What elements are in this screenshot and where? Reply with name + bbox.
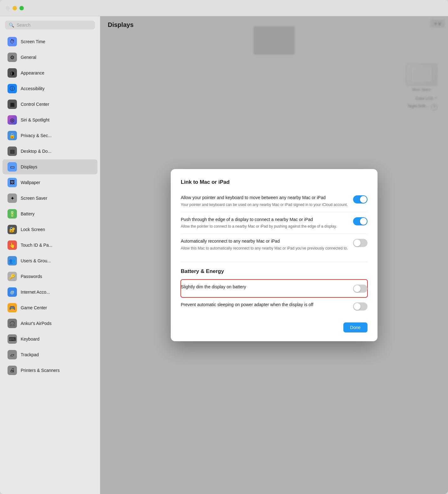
done-button-row: Done — [181, 322, 367, 332]
prevent-sleep-text: Prevent automatic sleeping on power adap… — [181, 302, 348, 309]
dim-battery-row: Slightly dim the display on battery — [181, 280, 367, 297]
sidebar-icon-appearance: ◑ — [8, 68, 17, 78]
modal-settings-list: Allow your pointer and keyboard to move … — [181, 190, 367, 255]
push-through-text: Push through the edge of a display to co… — [181, 217, 348, 229]
modal-section1-title: Link to Mac or iPad — [181, 179, 367, 185]
push-through-toggle[interactable] — [353, 217, 367, 225]
sidebar-item[interactable]: ▤ Desktop & Do... — [3, 144, 97, 159]
allow-pointer-slider — [353, 195, 367, 203]
dim-battery-label: Slightly dim the display on battery — [181, 284, 348, 290]
sidebar-label-siri: Siri & Spotlight — [21, 117, 49, 122]
sidebar-item[interactable]: 🔋 Battery — [3, 206, 97, 221]
overlay-backdrop: Link to Mac or iPad Allow your pointer a… — [100, 16, 448, 494]
dim-battery-thumb — [354, 285, 361, 292]
sidebar-label-printers: Printers & Scanners — [21, 368, 60, 373]
sidebar-item[interactable]: ▱ Trackpad — [3, 347, 97, 362]
dim-battery-toggle[interactable] — [353, 285, 367, 293]
sidebar-item[interactable]: 🔐 Lock Screen — [3, 222, 97, 237]
title-bar — [0, 0, 448, 16]
sidebar-label-general: General — [21, 55, 36, 60]
push-through-desc: Allow the pointer to connect to a nearby… — [181, 224, 348, 229]
sidebar-icon-airpods: 🎧 — [8, 319, 17, 328]
done-button[interactable]: Done — [343, 322, 367, 332]
content-area: Displays + ∨ — [100, 16, 448, 494]
battery-energy-section: Battery & Energy Slightly dim the displa… — [181, 268, 367, 315]
sidebar-icon-siri: ◎ — [8, 115, 17, 125]
section-divider — [181, 262, 367, 262]
prevent-sleep-toggle[interactable] — [353, 302, 367, 311]
sidebar-item[interactable]: ⏱ Screen Time — [3, 34, 97, 49]
push-through-label: Push through the edge of a display to co… — [181, 217, 348, 223]
close-button[interactable] — [6, 6, 10, 10]
sidebar: 🔍 Search ⏱ Screen Time ⚙ General ◑ Appea… — [0, 16, 100, 494]
sidebar-item[interactable]: 🖼 Wallpaper — [3, 175, 97, 190]
allow-pointer-toggle[interactable] — [353, 195, 367, 203]
sidebar-item[interactable]: 🖨 Printers & Scanners — [3, 363, 97, 378]
sidebar-icon-passwords: 🔑 — [8, 272, 17, 281]
auto-reconnect-toggle[interactable] — [353, 239, 367, 247]
push-through-thumb — [360, 218, 367, 225]
sidebar-item[interactable]: ⚙ General — [3, 50, 97, 65]
sidebar-item[interactable]: 🔑 Passwords — [3, 269, 97, 284]
auto-reconnect-row: Automatically reconnect to any nearby Ma… — [181, 234, 367, 255]
auto-reconnect-slider — [353, 239, 367, 247]
allow-pointer-thumb — [360, 196, 367, 203]
sidebar-item[interactable]: ⓘ Accessibility — [3, 81, 97, 96]
sidebar-label-passwords: Passwords — [21, 274, 42, 279]
sidebar-item[interactable]: ◑ Appearance — [3, 65, 97, 80]
sidebar-icon-desktop: ▤ — [8, 147, 17, 156]
dim-battery-slider — [353, 285, 367, 293]
allow-pointer-label: Allow your pointer and keyboard to move … — [181, 195, 348, 201]
sidebar-item[interactable]: 🎮 Game Center — [3, 300, 97, 315]
allow-pointer-text: Allow your pointer and keyboard to move … — [181, 195, 348, 207]
sidebar-label-users: Users & Grou... — [21, 258, 51, 263]
prevent-sleep-thumb — [354, 303, 361, 310]
sidebar-label-wallpaper: Wallpaper — [21, 180, 40, 185]
allow-pointer-row: Allow your pointer and keyboard to move … — [181, 190, 367, 212]
sidebar-label-screensaver: Screen Saver — [21, 196, 47, 201]
sidebar-item-displays[interactable]: ▭ Displays — [3, 159, 97, 174]
sidebar-label-appearance: Appearance — [21, 70, 44, 75]
push-through-row: Push through the edge of a display to co… — [181, 212, 367, 234]
prevent-sleep-label: Prevent automatic sleeping on power adap… — [181, 302, 348, 308]
sidebar-item[interactable]: 🎧 Ankur's AirPods — [3, 316, 97, 331]
sidebar-icon-controlcenter: ▦ — [8, 100, 17, 109]
sidebar-icon-screentime: ⏱ — [8, 37, 17, 46]
sidebar-item[interactable]: @ Internet Acco... — [3, 285, 97, 300]
sidebar-item[interactable]: 👥 Users & Grou... — [3, 253, 97, 268]
sidebar-icon-keyboard: ⌨ — [8, 334, 17, 344]
sidebar-label-gamecenter: Game Center — [21, 305, 47, 310]
sidebar-label-keyboard: Keyboard — [21, 337, 39, 342]
sidebar-item[interactable]: ⌨ Keyboard — [3, 332, 97, 347]
sidebar-label-battery: Battery — [21, 211, 34, 216]
sidebar-item[interactable]: ✦ Screen Saver — [3, 191, 97, 206]
sidebar-item[interactable]: ▦ Control Center — [3, 97, 97, 112]
sidebar-icon-accessibility: ⓘ — [8, 84, 17, 93]
dim-battery-text: Slightly dim the display on battery — [181, 284, 348, 291]
sidebar-icon-touchid: 👆 — [8, 240, 17, 250]
sidebar-icon-trackpad: ▱ — [8, 350, 17, 359]
sidebar-icon-gamecenter: 🎮 — [8, 303, 17, 312]
sidebar-item[interactable]: ◎ Siri & Spotlight — [3, 112, 97, 127]
sidebar-item[interactable]: 🔒 Privacy & Sec... — [3, 128, 97, 143]
sidebar-icon-screensaver: ✦ — [8, 193, 17, 203]
sidebar-icon-battery: 🔋 — [8, 209, 17, 219]
search-bar[interactable]: 🔍 Search — [5, 21, 95, 29]
main-layout: 🔍 Search ⏱ Screen Time ⚙ General ◑ Appea… — [0, 16, 448, 494]
modal-dialog: Link to Mac or iPad Allow your pointer a… — [171, 169, 378, 341]
prevent-sleep-row: Prevent automatic sleeping on power adap… — [181, 297, 367, 315]
sidebar-icon-general: ⚙ — [8, 53, 17, 62]
minimize-button[interactable] — [13, 6, 17, 10]
sidebar-label-displays: Displays — [21, 164, 37, 169]
push-through-slider — [353, 217, 367, 225]
auto-reconnect-label: Automatically reconnect to any nearby Ma… — [181, 238, 348, 244]
search-input[interactable]: Search — [17, 23, 30, 28]
modal-section2-title: Battery & Energy — [181, 268, 367, 275]
auto-reconnect-thumb — [354, 239, 361, 246]
sidebar-label-privacy: Privacy & Sec... — [21, 133, 52, 138]
sidebar-label-internet: Internet Acco... — [21, 290, 50, 295]
allow-pointer-desc: Your pointer and keyboard can be used on… — [181, 202, 348, 208]
sidebar-item[interactable]: 👆 Touch ID & Pa... — [3, 238, 97, 253]
maximize-button[interactable] — [19, 6, 24, 10]
sidebar-label-airpods: Ankur's AirPods — [21, 321, 51, 326]
